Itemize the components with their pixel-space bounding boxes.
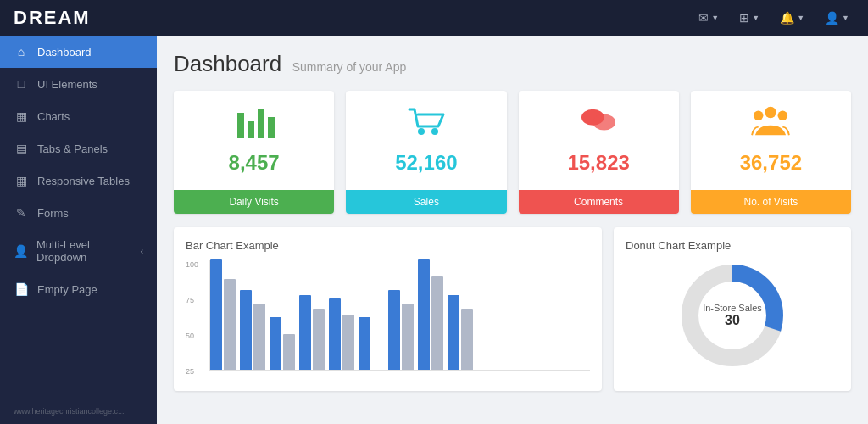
- bar-blue-1: [210, 259, 222, 370]
- grid-nav-btn[interactable]: ⊞ ▼: [734, 8, 765, 28]
- bar-blue-7: [388, 290, 400, 370]
- no-of-visits-label: No. of Visits: [691, 190, 851, 214]
- sidebar-item-empty-page[interactable]: 📄 Empty Page: [0, 273, 157, 305]
- svg-point-9: [754, 111, 763, 120]
- svg-point-10: [778, 111, 787, 120]
- sidebar-item-responsive-tables[interactable]: ▦ Responsive Tables: [0, 165, 157, 197]
- stat-card-comments: 15,823 Comments: [519, 91, 679, 214]
- bar-chart-title: Bar Chart Example: [186, 239, 590, 252]
- donut-chart-segment-label: In-Store Sales: [703, 303, 762, 313]
- sidebar-item-charts[interactable]: ▦ Charts: [0, 100, 157, 132]
- sidebar: ⌂ Dashboard □ UI Elements ▦ Charts ▤ Tab…: [0, 36, 157, 424]
- svg-rect-1: [248, 121, 254, 138]
- no-of-visits-value: 36,752: [704, 151, 837, 175]
- page-title: Dashboard: [174, 51, 281, 76]
- bar-group-3: [270, 317, 295, 370]
- comments-icon: [532, 104, 665, 146]
- y-label-100: 100: [186, 260, 209, 269]
- bar-blue-5: [329, 298, 341, 370]
- stat-card-body-no-of-visits: 36,752: [691, 91, 851, 190]
- svg-rect-3: [268, 117, 275, 138]
- bar-gray-5: [342, 315, 354, 370]
- bar-group-2: [240, 290, 265, 370]
- svg-point-7: [593, 114, 615, 130]
- bar-blue-8: [418, 259, 430, 370]
- bar-chart-yaxis: 100 75 50 25: [186, 260, 209, 379]
- page-header: Dashboard Summary of your App: [174, 51, 851, 77]
- topnav-icon-group: ✉ ▼ ⊞ ▼ 🔔 ▼ 👤 ▼: [693, 8, 854, 28]
- bar-group-8: [418, 259, 443, 370]
- bar-gray-7: [402, 304, 414, 370]
- charts-row: Bar Chart Example 100 75 50 25: [174, 227, 851, 391]
- dashboard-icon: ⌂: [14, 45, 29, 59]
- bar-gray-3: [283, 334, 295, 370]
- bar-gray-9: [461, 309, 473, 370]
- sidebar-label-multi-level: Multi-Level Dropdown: [36, 238, 132, 264]
- sidebar-item-multi-level[interactable]: 👤 Multi-Level Dropdown ‹: [0, 229, 157, 273]
- daily-visits-value: 8,457: [187, 151, 320, 175]
- sidebar-label-dashboard: Dashboard: [37, 46, 92, 59]
- main-content: Dashboard Summary of your App 8,457 Dail…: [157, 36, 868, 424]
- sidebar-label-forms: Forms: [37, 207, 69, 220]
- bar-gray-2: [253, 304, 265, 370]
- sidebar-label-charts: Charts: [37, 110, 70, 123]
- bell-nav-btn[interactable]: 🔔 ▼: [775, 8, 810, 28]
- bar-gray-1: [224, 279, 236, 370]
- empty-page-icon: 📄: [14, 282, 29, 296]
- bar-gray-4: [313, 309, 325, 370]
- sidebar-footer: www.heritagechristiancollege.c...: [0, 399, 157, 424]
- svg-rect-0: [237, 113, 244, 138]
- brand-logo: DREAM: [14, 7, 91, 29]
- donut-label: In-Store Sales 30: [703, 303, 762, 328]
- sidebar-item-ui-elements[interactable]: □ UI Elements: [0, 68, 157, 100]
- bar-blue-6: [359, 317, 370, 370]
- ui-elements-icon: □: [14, 77, 29, 91]
- chevron-right-icon: ‹: [141, 247, 143, 256]
- bar-group-9: [448, 295, 473, 370]
- y-label-25: 25: [186, 367, 209, 376]
- stat-card-body-comments: 15,823: [519, 91, 679, 190]
- bar-group-1: [210, 259, 236, 370]
- sidebar-item-dashboard[interactable]: ⌂ Dashboard: [0, 36, 157, 68]
- page-subtitle: Summary of your App: [292, 60, 407, 74]
- stat-card-no-of-visits: 36,752 No. of Visits: [691, 91, 851, 214]
- user-nav-btn[interactable]: 👤 ▼: [820, 8, 854, 28]
- bar-group-4: [299, 295, 325, 370]
- y-label-50: 50: [186, 332, 209, 340]
- daily-visits-label: Daily Visits: [174, 190, 334, 214]
- bar-group-5: [329, 298, 354, 370]
- bar-blue-4: [299, 295, 311, 370]
- sidebar-item-forms[interactable]: ✎ Forms: [0, 197, 157, 229]
- forms-icon: ✎: [14, 206, 29, 220]
- svg-point-4: [418, 128, 425, 135]
- topnav: DREAM ✉ ▼ ⊞ ▼ 🔔 ▼ 👤 ▼: [0, 0, 868, 36]
- sales-icon: [359, 104, 492, 146]
- stat-card-daily-visits: 8,457 Daily Visits: [174, 91, 334, 214]
- bar-blue-3: [270, 317, 281, 370]
- sidebar-label-empty-page: Empty Page: [37, 283, 97, 296]
- bar-blue-2: [240, 290, 252, 370]
- tabs-icon: ▤: [14, 142, 29, 155]
- bar-chart-bars: [209, 260, 590, 371]
- sidebar-label-ui-elements: UI Elements: [37, 78, 97, 91]
- svg-point-8: [765, 107, 776, 118]
- bar-gray-8: [431, 276, 443, 370]
- donut-chart-card: Donut Chart Example In-Store Sales 30: [614, 227, 851, 391]
- email-nav-btn[interactable]: ✉ ▼: [693, 8, 724, 28]
- daily-visits-icon: [187, 104, 320, 146]
- bar-group-6: [359, 317, 384, 370]
- bar-group-7: [388, 290, 414, 370]
- svg-point-5: [431, 128, 438, 135]
- main-layout: ⌂ Dashboard □ UI Elements ▦ Charts ▤ Tab…: [0, 36, 868, 424]
- comments-label: Comments: [519, 190, 679, 214]
- sidebar-item-tabs-panels[interactable]: ▤ Tabs & Panels: [0, 132, 157, 165]
- sidebar-label-tables: Responsive Tables: [37, 175, 130, 187]
- multi-level-icon: 👤: [14, 244, 28, 258]
- tables-icon: ▦: [14, 174, 29, 187]
- charts-icon: ▦: [14, 109, 29, 123]
- donut-chart-value: 30: [703, 313, 762, 328]
- sales-value: 52,160: [359, 151, 492, 175]
- y-label-75: 75: [186, 296, 209, 304]
- stat-cards-grid: 8,457 Daily Visits 52,160 Sales: [174, 91, 851, 214]
- donut-chart-title: Donut Chart Example: [626, 239, 839, 252]
